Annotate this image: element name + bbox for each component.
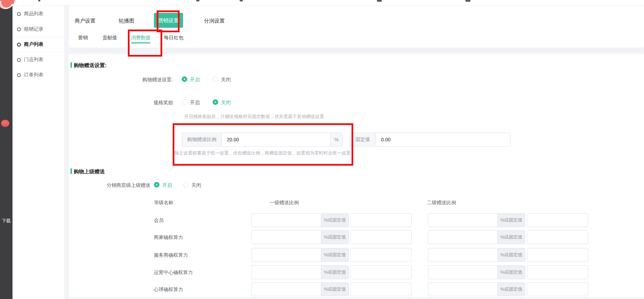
sidebar-item-goods-list[interactable]: 商品列表 (13, 6, 64, 22)
subtab-daily-redpacket[interactable]: 每日红包 (164, 35, 183, 41)
level2-ratio-input[interactable] (428, 248, 497, 262)
subtab-contribution[interactable]: 贡献值 (102, 35, 117, 41)
level1-fixed-input[interactable] (350, 230, 412, 244)
unit-or-fixed-label: %或固定值 (497, 230, 525, 244)
col-header-level2-ratio: 二级赠送比例 (427, 200, 456, 206)
radio-circle-icon (17, 27, 21, 31)
spec-reward-label: 规格奖励 (104, 100, 173, 106)
sidebar-item-label: 商品列表 (24, 11, 43, 17)
level1-ratio-input[interactable] (251, 248, 321, 262)
level2-ratio-input[interactable] (428, 282, 497, 296)
unit-or-fixed-label: %或固定值 (497, 213, 525, 227)
gift-ratio-prepend-label: 购物赠送比例 (182, 133, 221, 147)
more-actions-button[interactable]: ··· (1, 120, 9, 127)
distributor-upper-on-radio[interactable] (154, 182, 159, 188)
col-header-level-name: 等级名称 (154, 200, 173, 206)
page: ··· 下载 商品列表 核销记录 商户列表 门店列表 订单列表 商户设置 轮播图… (0, 0, 644, 299)
gift-ratio-input[interactable] (221, 133, 331, 147)
fixed-value-input[interactable] (375, 133, 510, 147)
percent-unit-label: % (331, 133, 342, 147)
distributor-upper-on-label[interactable]: 开启 (162, 182, 172, 189)
sidebar-item-verify-records[interactable]: 核销记录 (13, 22, 64, 37)
tab-marketing-settings[interactable]: 营销设置 (154, 13, 183, 28)
gift-ratio-input-group: 购物赠送比例 % (182, 133, 342, 147)
sidebar-item-store-list[interactable]: 门店列表 (13, 52, 64, 67)
sidebar-item-label: 核销记录 (24, 26, 43, 32)
sidebar-item-label: 商户列表 (24, 41, 43, 48)
radio-circle-icon (17, 12, 21, 16)
top-strip (0, 0, 644, 6)
sidebar-item-merchant-list[interactable]: 商户列表 (13, 37, 64, 52)
sidebar-item-label: 门店列表 (24, 57, 43, 63)
toolbar-fragment-icon (465, 0, 470, 2)
level2-ratio-group: %或固定值 (428, 282, 588, 296)
gift-switch-off-label[interactable]: 关闭 (221, 77, 231, 83)
unit-or-fixed-label: %或固定值 (321, 230, 349, 244)
level-name: 服务商确权算力 (154, 248, 244, 262)
tab-merchant-settings[interactable]: 商户设置 (75, 18, 96, 24)
subtab-marketing[interactable]: 营销 (78, 35, 88, 41)
radio-circle-icon (17, 58, 21, 62)
toolbar-fragment-icon (38, 0, 40, 1)
level2-ratio-input[interactable] (428, 213, 497, 227)
toolbar-fragment-icon (240, 0, 243, 1)
unit-or-fixed-label: %或固定值 (497, 282, 525, 296)
level2-fixed-input[interactable] (527, 213, 588, 227)
section-accent-bar (71, 62, 72, 68)
tabs-card: 商户设置 轮播图 营销设置 分润设置 营销 贡献值 消费数据 每日红包 (69, 6, 644, 48)
unit-or-fixed-label: %或固定值 (497, 248, 525, 262)
toolbar-fragment-icon (377, 0, 382, 2)
level1-ratio-group: %或固定值 (251, 248, 412, 262)
fixed-value-input-group: 固定值 (350, 133, 510, 147)
level2-ratio-input[interactable] (428, 265, 497, 279)
level2-fixed-input[interactable] (527, 230, 588, 244)
level1-ratio-group: %或固定值 (251, 230, 412, 244)
distributor-upper-off-label[interactable]: 关闭 (191, 182, 201, 189)
gift-switch-label: 购物赠送设置: (104, 77, 173, 83)
level-name: 商家确权算力 (154, 230, 244, 244)
level1-fixed-input[interactable] (350, 248, 412, 262)
level1-fixed-input[interactable] (350, 282, 412, 296)
level2-ratio-input[interactable] (428, 230, 497, 244)
left-rail: ··· 下载 (0, 0, 13, 299)
level1-ratio-input[interactable] (251, 230, 321, 244)
sidebar-item-order-list[interactable]: 订单列表 (13, 67, 64, 83)
level1-fixed-input[interactable] (350, 213, 412, 227)
level2-fixed-input[interactable] (527, 282, 588, 296)
spec-reward-on-label[interactable]: 开启 (190, 100, 200, 106)
app-logo[interactable] (0, 0, 15, 9)
level1-ratio-group: %或固定值 (251, 282, 412, 296)
level1-ratio-group: %或固定值 (251, 213, 412, 227)
level-name: 心球确权算力 (154, 282, 244, 296)
level1-ratio-group: %或固定值 (251, 265, 412, 279)
toolbar-fragment-icon (196, 0, 199, 1)
level2-ratio-group: %或固定值 (428, 230, 588, 244)
section-accent-bar (71, 168, 72, 174)
download-label[interactable]: 下载 (0, 218, 13, 224)
gift-switch-off-radio[interactable] (213, 76, 218, 82)
level1-ratio-input[interactable] (251, 282, 321, 296)
level-name: 运营中心确权算力 (154, 265, 244, 279)
unit-or-fixed-label: %或固定值 (321, 248, 349, 262)
level2-ratio-group: %或固定值 (428, 213, 588, 227)
spec-reward-on-radio[interactable] (182, 99, 187, 105)
spec-reward-off-label[interactable]: 关闭 (221, 100, 231, 106)
gift-switch-on-radio[interactable] (182, 76, 187, 82)
level1-ratio-input[interactable] (251, 265, 321, 279)
level2-fixed-input[interactable] (527, 248, 588, 262)
tab-profit-settings[interactable]: 分润设置 (204, 18, 225, 24)
level2-ratio-group: %或固定值 (428, 265, 588, 279)
level1-fixed-input[interactable] (350, 265, 412, 279)
unit-or-fixed-label: %或固定值 (321, 282, 349, 296)
spec-reward-help: 开启规格奖励后，只赠送规格对应固定数值，优先度高于其他赠送设置 (184, 114, 324, 120)
unit-or-fixed-label: %或固定值 (321, 213, 349, 227)
tab-carousel[interactable]: 轮播图 (119, 18, 134, 24)
spec-reward-off-radio[interactable] (213, 99, 218, 105)
distributor-upper-off-radio[interactable] (183, 182, 189, 188)
level1-ratio-input[interactable] (251, 213, 321, 227)
gift-switch-on-label[interactable]: 开启 (190, 77, 200, 83)
sidebar: 商品列表 核销记录 商户列表 门店列表 订单列表 (13, 6, 64, 299)
subtab-consumption-data[interactable]: 消费数据 (131, 35, 150, 41)
unit-or-fixed-label: %或固定值 (497, 265, 525, 279)
level2-fixed-input[interactable] (527, 265, 588, 279)
